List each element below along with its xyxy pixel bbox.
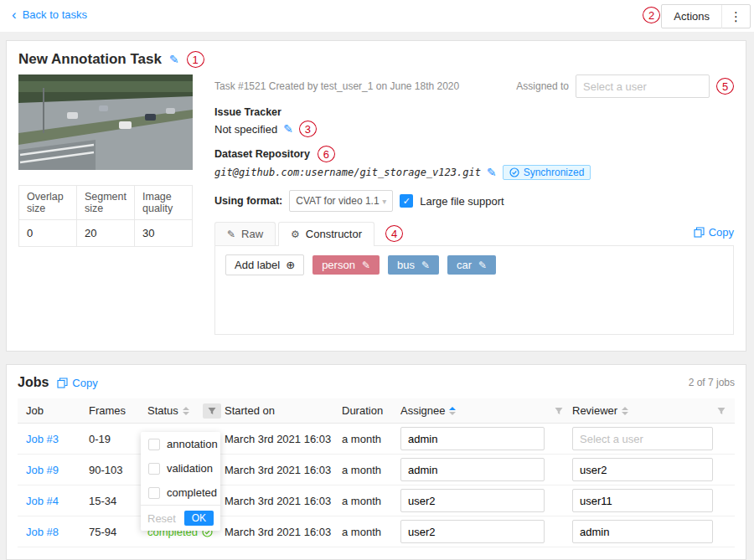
label-chip-car-text: car [457,259,472,271]
reviewer-input[interactable] [572,458,713,481]
actions-button[interactable]: Actions ⋮ [661,4,751,28]
column-status[interactable]: Status [147,403,225,419]
edit-issue-tracker-icon[interactable]: ✎ [283,122,293,136]
filter-option-label: completed [167,486,217,499]
copy-jobs-link[interactable]: Copy [57,377,97,389]
callout-1: 1 [187,51,204,68]
assigned-to-input[interactable] [576,74,710,98]
reviewer-input[interactable] [572,489,713,512]
callout-4: 4 [385,225,403,242]
label-chip-car[interactable]: car ✎ [447,255,496,275]
status-filter-dropdown: annotation validation completed Reset OK [141,432,220,531]
back-to-tasks-label: Back to tasks [23,8,87,21]
issue-tracker-label: Issue Tracker [214,106,734,118]
param-value-overlap: 0 [19,220,77,247]
edit-repository-icon[interactable]: ✎ [487,166,497,179]
column-assignee[interactable]: Assignee [400,404,572,417]
checkbox-unchecked[interactable] [148,487,160,499]
label-constructor-panel: Add label ⊕ person ✎ bus ✎ car ✎ [214,246,734,335]
job-link[interactable]: Job #3 [26,433,59,445]
label-chip-person-text: person [322,259,355,271]
column-started-on: Started on [225,404,342,417]
filter-option-annotation[interactable]: annotation [141,432,220,456]
filter-ok-button[interactable]: OK [184,511,214,526]
kebab-menu-icon[interactable]: ⋮ [722,9,750,24]
job-link[interactable]: Job #8 [26,526,59,538]
dataset-repository-label: Dataset Repository [214,148,310,160]
table-row: Job #9 90-103 March 3rd 2021 16:03 a mon… [18,455,735,486]
param-header-segment: Segment size [76,186,134,220]
started-cell: March 3rd 2021 16:03 [225,495,342,507]
label-chip-person[interactable]: person ✎ [312,255,380,275]
sort-icon[interactable] [449,407,456,415]
assignee-input[interactable] [400,520,545,543]
task-preview-image [18,74,193,170]
jobs-table: Job Frames Status Started on Duration As… [18,398,735,547]
task-title: New Annotation Task [18,51,162,68]
checkbox-unchecked[interactable] [148,463,160,475]
edit-label-icon[interactable]: ✎ [421,259,430,271]
param-header-quality: Image quality [135,186,193,220]
large-file-support-label: Large file support [420,195,504,208]
label-chip-bus-text: bus [397,259,415,271]
assignee-input[interactable] [400,489,545,512]
frames-cell: 75-94 [89,526,147,538]
sort-icon[interactable] [183,407,189,415]
jobs-count: 2 of 7 jobs [689,377,735,388]
reviewer-input[interactable] [572,427,713,450]
callout-5: 5 [716,78,734,95]
assignee-input[interactable] [400,458,545,481]
dataset-repository-url: git@github.com:username/git_storage_v123… [214,167,481,178]
add-label-button[interactable]: Add label ⊕ [225,254,304,275]
job-link[interactable]: Job #9 [26,464,59,476]
status-filter-icon[interactable] [203,403,221,419]
sort-icon[interactable] [622,407,628,415]
column-assignee-label: Assignee [400,404,445,417]
checkbox-unchecked[interactable] [148,439,160,450]
filter-option-completed[interactable]: completed [141,480,220,505]
filter-option-label: annotation [167,438,218,450]
back-to-tasks-link[interactable]: ‹ Back to tasks [12,8,87,21]
reviewer-filter-icon[interactable] [716,406,726,416]
tab-raw-label: Raw [241,228,263,240]
table-row: Job #8 75-94 completed March 3rd 2021 16… [18,516,735,547]
edit-title-icon[interactable]: ✎ [169,53,179,66]
format-select-value: CVAT for video 1.1 [296,195,379,207]
edit-label-icon[interactable]: ✎ [478,259,487,271]
column-reviewer[interactable]: Reviewer [572,404,735,417]
assigned-to-label: Assigned to [516,80,569,92]
chevron-left-icon: ‹ [12,9,17,20]
edit-label-icon[interactable]: ✎ [362,259,370,271]
column-duration: Duration [342,404,400,417]
frames-cell: 15-34 [89,495,147,507]
label-chip-bus[interactable]: bus ✎ [388,255,439,275]
copy-jobs-label: Copy [72,377,97,389]
copy-labels-link[interactable]: Copy [694,226,734,242]
jobs-card: Jobs Copy 2 of 7 jobs Job Frames Status … [6,364,746,560]
assignee-filter-icon[interactable] [554,406,564,416]
tab-constructor[interactable]: ⚙ Constructor [278,222,374,246]
tab-raw[interactable]: ✎ Raw [214,222,276,245]
task-params-table: Overlap size Segment size Image quality … [18,185,193,247]
synchronized-label: Synchronized [524,167,585,178]
format-select[interactable]: CVAT for video 1.1 ▾ [289,190,393,212]
duration-cell: a month [342,526,400,538]
tab-constructor-label: Constructor [306,228,362,240]
large-file-support-checkbox[interactable]: ✓ [400,194,413,208]
column-reviewer-label: Reviewer [572,404,617,417]
column-job[interactable]: Job [18,404,89,417]
labels-tabs: ✎ Raw ⚙ Constructor 4 Copy [214,222,734,246]
job-link[interactable]: Job #4 [26,495,59,507]
top-bar: ‹ Back to tasks 2 Actions ⋮ [0,0,754,32]
reviewer-input[interactable] [572,520,713,543]
filter-option-validation[interactable]: validation [141,456,220,480]
duration-cell: a month [342,433,400,445]
column-frames: Frames [89,404,147,417]
param-value-segment: 20 [76,220,134,247]
pencil-icon: ✎ [227,229,235,240]
callout-3: 3 [299,121,317,137]
param-header-overlap: Overlap size [19,186,77,220]
synchronized-badge: Synchronized [503,165,591,180]
assignee-input[interactable] [400,427,545,450]
filter-reset-button[interactable]: Reset [147,512,176,525]
